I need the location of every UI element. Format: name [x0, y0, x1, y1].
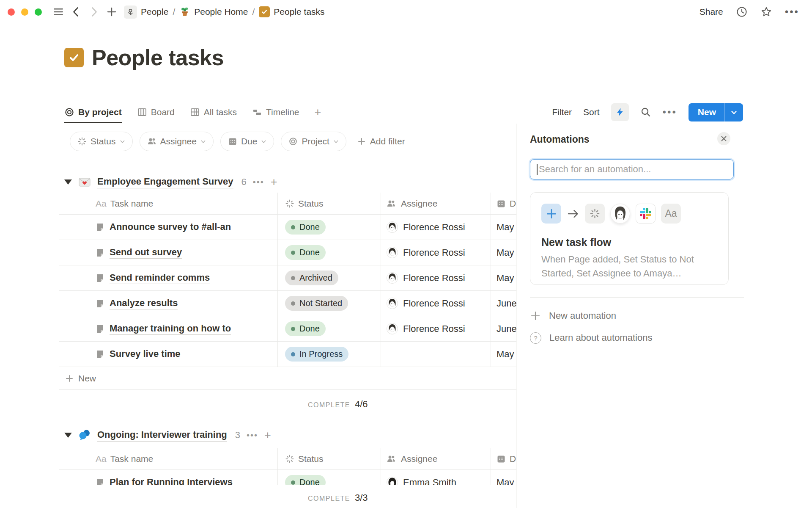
- status-badge[interactable]: Not Started: [285, 296, 348, 311]
- close-panel-button[interactable]: [717, 132, 730, 145]
- column-status[interactable]: Status: [298, 454, 324, 464]
- panel-divider: [530, 297, 744, 298]
- status-badge[interactable]: Done: [285, 245, 326, 260]
- filter-chip-assignee[interactable]: Assignee: [140, 132, 214, 151]
- task-name-link[interactable]: Analyze results: [110, 298, 178, 309]
- filter-chip-due[interactable]: Due: [220, 132, 274, 151]
- timeline-icon: [252, 107, 262, 117]
- table-row[interactable]: Send reminder comms Archived Florence Ro…: [59, 265, 517, 291]
- status-dot: [291, 327, 295, 331]
- close-window-button[interactable]: [8, 8, 15, 16]
- table-icon: [190, 107, 200, 117]
- filter-chip-project[interactable]: Project: [281, 132, 346, 151]
- due-date[interactable]: May 2: [497, 273, 517, 284]
- group-title[interactable]: Ongoing: Interviewer training: [97, 429, 227, 442]
- search-icon[interactable]: [640, 107, 651, 118]
- due-date[interactable]: May 2: [497, 349, 517, 360]
- share-button[interactable]: Share: [700, 7, 723, 17]
- view-options-icon[interactable]: •••: [663, 106, 677, 118]
- column-assignee[interactable]: Assignee: [401, 454, 437, 464]
- assignee-name[interactable]: Florence Rossi: [403, 247, 465, 258]
- page-icon: [96, 248, 105, 257]
- tab-board[interactable]: Board: [137, 102, 175, 123]
- assignee-name[interactable]: Florence Rossi: [403, 298, 465, 309]
- task-name-link[interactable]: Announce survey to #all-an: [110, 221, 231, 233]
- automation-flow-icons: Aa: [541, 204, 717, 224]
- due-date[interactable]: May 2: [497, 222, 517, 233]
- group-options-icon[interactable]: •••: [253, 177, 264, 187]
- group-title[interactable]: Employee Engagement Survey: [97, 176, 233, 188]
- avatar-florence: [387, 323, 398, 334]
- task-name-link[interactable]: Send reminder comms: [110, 272, 210, 284]
- add-view-icon[interactable]: +: [315, 106, 321, 119]
- task-name-link[interactable]: Manager training on how to: [110, 323, 231, 335]
- automation-card-new-task-flow[interactable]: Aa New task flow When Page added, Set St…: [530, 192, 729, 285]
- status-badge[interactable]: Done: [285, 321, 326, 336]
- column-due[interactable]: D: [510, 454, 516, 464]
- learn-about-automations-link[interactable]: ? Learn about automations: [530, 329, 652, 347]
- assignee-name[interactable]: Florence Rossi: [403, 273, 465, 284]
- calendar-icon: [228, 137, 237, 146]
- new-task-label[interactable]: New: [689, 107, 724, 117]
- updates-clock-icon[interactable]: [736, 6, 748, 18]
- breadcrumb-item-people-tasks[interactable]: People tasks: [259, 6, 324, 17]
- table-row[interactable]: Send out survey Done Florence Rossi May …: [59, 240, 517, 265]
- group-add-icon[interactable]: +: [264, 429, 271, 442]
- status-badge[interactable]: Archived: [285, 271, 338, 285]
- assignee-name[interactable]: Florence Rossi: [403, 222, 465, 233]
- new-task-dropdown-icon[interactable]: [725, 109, 743, 116]
- people-icon: [147, 137, 156, 146]
- automations-bolt-icon[interactable]: [611, 103, 629, 121]
- sidebar-toggle-icon[interactable]: [53, 6, 64, 17]
- column-assignee[interactable]: Assignee: [401, 199, 437, 209]
- status-badge[interactable]: In Progress: [285, 347, 348, 362]
- column-task-name[interactable]: Task name: [110, 199, 154, 209]
- assignee-name[interactable]: Florence Rossi: [403, 323, 465, 334]
- new-page-icon[interactable]: [106, 6, 117, 17]
- automations-panel: Automations: [517, 124, 812, 508]
- table-row[interactable]: Analyze results Not Started Florence Ros…: [59, 291, 517, 316]
- status-dot: [291, 301, 295, 306]
- filter-chip-status[interactable]: Status: [70, 132, 133, 151]
- new-automation-button[interactable]: New automation: [530, 306, 616, 325]
- column-due[interactable]: D: [510, 199, 516, 209]
- window-controls: [8, 8, 42, 16]
- tab-all-tasks[interactable]: All tasks: [190, 102, 237, 123]
- sort-button[interactable]: Sort: [583, 107, 600, 117]
- due-date[interactable]: June: [497, 298, 517, 309]
- due-date[interactable]: June: [497, 323, 517, 334]
- board-icon: [137, 107, 147, 117]
- tab-timeline[interactable]: Timeline: [252, 102, 299, 123]
- favorite-star-icon[interactable]: [760, 6, 772, 18]
- due-date[interactable]: May 1: [497, 247, 517, 258]
- column-status[interactable]: Status: [298, 199, 324, 209]
- back-icon[interactable]: [71, 6, 82, 17]
- forward-icon[interactable]: [88, 6, 99, 17]
- add-row-button[interactable]: New: [59, 367, 517, 390]
- add-filter-button[interactable]: Add filter: [357, 136, 405, 146]
- table-row[interactable]: Survey live time In Progress May 2: [59, 342, 517, 367]
- group-options-icon[interactable]: •••: [247, 431, 258, 440]
- table-row[interactable]: Manager training on how to Done Florence…: [59, 316, 517, 342]
- new-task-button[interactable]: New: [689, 103, 743, 121]
- status-badge[interactable]: Done: [285, 220, 326, 235]
- task-name-link[interactable]: Send out survey: [110, 247, 182, 259]
- filter-button[interactable]: Filter: [552, 107, 572, 117]
- avatar-florence: [387, 221, 398, 233]
- breadcrumb-item-people[interactable]: People: [124, 6, 168, 19]
- minimize-window-button[interactable]: [21, 8, 28, 16]
- tab-by-project[interactable]: By project: [64, 102, 122, 123]
- text-cursor: [537, 164, 538, 175]
- task-name-link[interactable]: Survey live time: [110, 348, 181, 360]
- table-row[interactable]: Announce survey to #all-an Done Florence…: [59, 215, 517, 240]
- more-options-icon[interactable]: •••: [785, 6, 799, 18]
- group-add-icon[interactable]: +: [271, 176, 277, 189]
- text-property-icon: Aa: [96, 454, 107, 464]
- collapse-triangle-icon[interactable]: [64, 179, 72, 185]
- breadcrumb-item-people-home[interactable]: People Home: [179, 6, 248, 17]
- collapse-triangle-icon[interactable]: [64, 433, 72, 438]
- group-count: 6: [241, 177, 247, 188]
- automation-search-input[interactable]: [530, 159, 734, 179]
- zoom-window-button[interactable]: [35, 8, 42, 16]
- column-task-name[interactable]: Task name: [110, 454, 154, 464]
